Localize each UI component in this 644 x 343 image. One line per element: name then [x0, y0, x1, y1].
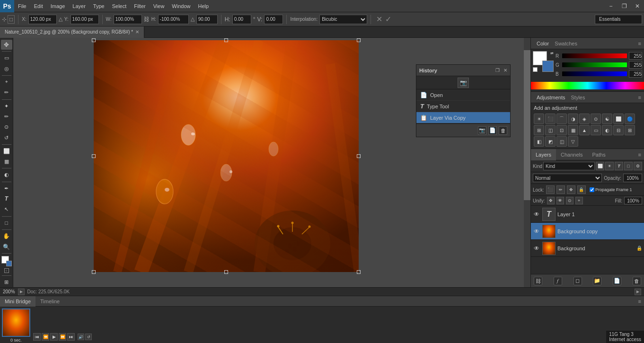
maximize-button[interactable]: ❐	[618, 0, 631, 12]
lock-all-btn[interactable]: 🔒	[577, 185, 586, 194]
timeline-audio-btn[interactable]: 🔊	[78, 334, 84, 340]
tool-path-select[interactable]: ↖	[1, 204, 12, 214]
screen-mode-btn[interactable]: ⊞	[1, 277, 12, 287]
adj-btn-22[interactable]: ▽	[568, 136, 578, 147]
b-value[interactable]	[629, 70, 642, 78]
unify-vis-btn[interactable]: 👁	[556, 197, 564, 204]
new-layer-btn[interactable]: 📄	[613, 277, 621, 285]
handle-top-center[interactable]	[224, 38, 228, 42]
threshold-btn[interactable]: ▲	[579, 125, 590, 135]
chain-icon[interactable]: ⛓	[144, 16, 150, 23]
history-item-layer-via-copy[interactable]: 📋 Layer Via Copy	[416, 112, 510, 123]
handle-bottom-right[interactable]	[357, 270, 361, 274]
photo-filter-btn[interactable]: 🔵	[625, 114, 635, 124]
adj-btn-18[interactable]: ⊞	[625, 125, 635, 135]
history-item-type[interactable]: T Type Tool	[416, 101, 510, 112]
channel-mixer-btn[interactable]: ⊞	[534, 125, 544, 135]
handle-top-left[interactable]	[92, 38, 96, 42]
opacity-input[interactable]	[623, 174, 642, 182]
tool-brush[interactable]: ✏	[1, 112, 12, 122]
color-balance-btn[interactable]: ☯	[602, 114, 612, 124]
commit-transform-icon[interactable]: ✓	[385, 15, 391, 24]
lock-transparent-btn[interactable]: ⬛	[546, 185, 555, 194]
add-mask-btn[interactable]: ◻	[573, 277, 582, 285]
add-layer-style-btn[interactable]: 𝑓	[554, 277, 562, 285]
kind-pixel-btn[interactable]: ⬜	[596, 162, 604, 170]
kind-adj-btn[interactable]: ☀	[605, 162, 614, 170]
kind-smart-btn[interactable]: ⚙	[634, 162, 642, 170]
channels-tab[interactable]: Channels	[556, 149, 587, 160]
propagate-checkbox[interactable]	[590, 187, 594, 192]
unify-style-btn[interactable]: ⊙	[566, 197, 573, 204]
menu-window[interactable]: Window	[168, 0, 194, 12]
angle-input[interactable]	[196, 15, 218, 24]
minimize-button[interactable]: −	[604, 0, 618, 12]
layer1-visibility-icon[interactable]: 👁	[533, 211, 540, 218]
menu-view[interactable]: View	[150, 0, 168, 12]
timeline-play-btn[interactable]: ▶	[50, 333, 58, 341]
adj-btn-19[interactable]: ◧	[534, 136, 544, 147]
cancel-transform-icon[interactable]: ✕	[376, 15, 382, 24]
posterize-btn[interactable]: ▦	[568, 125, 578, 135]
history-collapse-icon[interactable]: ❐	[495, 68, 500, 73]
selective-color-btn[interactable]: ◐	[602, 125, 612, 135]
timeline-first-btn[interactable]: ⏮	[33, 333, 41, 341]
close-button[interactable]: ✕	[631, 0, 644, 12]
menu-filter[interactable]: Filter	[130, 0, 149, 12]
history-close-icon[interactable]: ✕	[503, 68, 507, 73]
timeline-next-btn[interactable]: ⏩	[59, 333, 66, 341]
curves-btn[interactable]: ⌒	[556, 114, 567, 124]
tool-type[interactable]: T	[1, 194, 12, 204]
hue-sat-btn[interactable]: ⊙	[591, 114, 601, 124]
unify-extra-btn[interactable]: +	[575, 197, 583, 204]
tool-lasso[interactable]: ◎	[1, 64, 12, 74]
zoom-history-btn[interactable]: ▶	[18, 289, 25, 295]
quick-mask-btn[interactable]: ○	[4, 268, 9, 273]
h2-input[interactable]	[232, 15, 251, 24]
menu-image[interactable]: Image	[47, 0, 69, 12]
tab-close-button[interactable]: ✕	[135, 29, 139, 35]
x-input[interactable]	[28, 15, 57, 24]
menu-file[interactable]: File	[14, 0, 30, 12]
history-new-doc-btn[interactable]: 📄	[488, 126, 497, 135]
adj-btn-17[interactable]: ⊟	[613, 125, 624, 135]
timeline-last-btn[interactable]: ⏭	[67, 333, 75, 341]
layer-item-bg-copy[interactable]: 👁 Background copy	[531, 223, 644, 240]
styles-tab[interactable]: Styles	[571, 95, 585, 100]
delete-layer-btn[interactable]: 🗑	[633, 277, 641, 285]
adj-btn-20[interactable]: ◩	[545, 136, 556, 147]
fill-input[interactable]	[624, 197, 642, 204]
bottom-arrow-btn[interactable]: ▶	[635, 289, 641, 295]
tool-crop[interactable]: ⌖	[1, 77, 12, 87]
background-color[interactable]	[542, 61, 554, 72]
invert-btn[interactable]: ⊡	[556, 125, 567, 135]
layer-item-background[interactable]: 👁 Background 🔒	[531, 240, 644, 257]
timeline-loop-btn[interactable]: ↺	[85, 334, 92, 340]
r-value[interactable]	[629, 52, 642, 60]
bg-visibility-icon[interactable]: 👁	[533, 245, 540, 252]
w-input[interactable]	[114, 15, 142, 24]
color-panel-menu[interactable]: ≡	[638, 41, 641, 46]
adj-btn-21[interactable]: ◫	[556, 136, 567, 147]
vscroll-thumb[interactable]	[524, 50, 530, 200]
link-layers-btn[interactable]: ⛓	[534, 277, 542, 285]
kind-select[interactable]: Kind	[543, 162, 595, 170]
menu-help[interactable]: Help	[194, 0, 212, 12]
menu-select[interactable]: Select	[108, 0, 131, 12]
tool-dodge[interactable]: ◐	[1, 170, 12, 180]
tool-zoom[interactable]: 🔍	[1, 242, 12, 252]
menu-edit[interactable]: Edit	[30, 0, 47, 12]
color-tab[interactable]: Color	[537, 41, 549, 46]
levels-btn[interactable]: ⬛	[545, 114, 556, 124]
tool-gradient[interactable]: ▦	[1, 157, 12, 167]
tool-hand[interactable]: ✋	[1, 231, 12, 241]
tool-healing[interactable]: ✦	[1, 101, 12, 111]
history-new-snap-btn[interactable]: 📷	[478, 126, 486, 135]
layers-tab[interactable]: Layers	[531, 149, 556, 160]
gradient-map-btn[interactable]: ▭	[591, 125, 601, 135]
paths-tab[interactable]: Paths	[588, 149, 610, 160]
color-lookup-btn[interactable]: ◫	[545, 125, 556, 135]
adj-panel-menu[interactable]: ≡	[638, 95, 641, 100]
g-value[interactable]	[629, 61, 642, 69]
bg-copy-visibility-icon[interactable]: 👁	[533, 228, 540, 235]
